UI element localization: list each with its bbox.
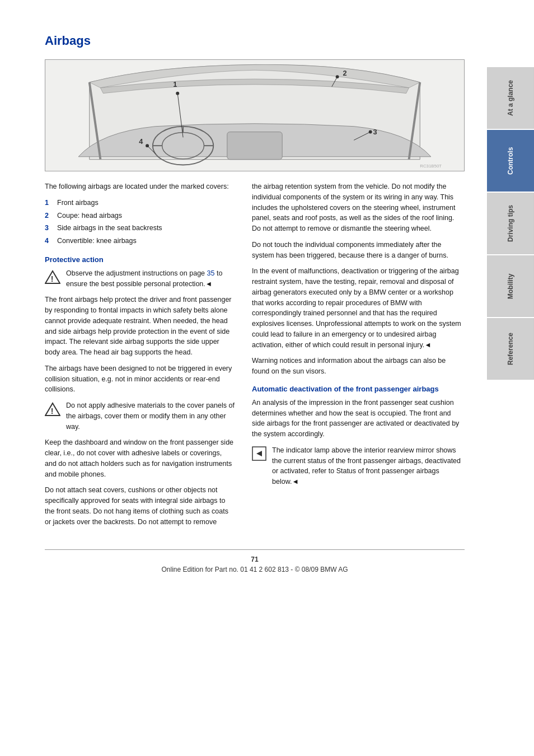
svg-rect-6 bbox=[227, 132, 282, 160]
auto-deactivation-para-1: An analysis of the impression in the fro… bbox=[252, 398, 465, 440]
page-title: Airbags bbox=[45, 34, 465, 48]
sidebar-tab-controls[interactable]: Controls bbox=[487, 130, 534, 192]
auto-deactivation-heading: Automatic deactivation of the front pass… bbox=[252, 385, 465, 393]
warning-icon-2: ! bbox=[45, 402, 60, 417]
sidebar-tabs: At a glance Controls Driving tips Mobili… bbox=[487, 67, 534, 381]
intro-text: The following airbags are located under … bbox=[45, 181, 235, 192]
list-item-1: 1 Front airbags bbox=[45, 198, 235, 208]
list-label-2: Coupe: head airbags bbox=[57, 211, 122, 221]
page-link-35[interactable]: 35 bbox=[207, 269, 215, 277]
page-wrapper: Airbags bbox=[0, 0, 534, 756]
sidebar-tab-reference[interactable]: Reference bbox=[487, 318, 534, 380]
sidebar-tab-mobility-label: Mobility bbox=[507, 273, 514, 298]
svg-text:1: 1 bbox=[173, 80, 177, 88]
svg-point-10 bbox=[176, 92, 179, 95]
sidebar-tab-controls-label: Controls bbox=[507, 147, 514, 174]
warning-box-1: ! Observe the adjustment instructions on… bbox=[45, 268, 235, 290]
info-box: The indicator lamp above the interior re… bbox=[252, 445, 465, 487]
sidebar-tab-mobility[interactable]: Mobility bbox=[487, 255, 534, 317]
svg-text:RC31B50T: RC31B50T bbox=[420, 164, 442, 169]
sidebar-tab-driving-tips[interactable]: Driving tips bbox=[487, 193, 534, 254]
list-num-2: 2 bbox=[45, 211, 53, 221]
left-column: The following airbags are located under … bbox=[45, 181, 235, 533]
svg-point-16 bbox=[369, 130, 372, 134]
right-para-3: In the event of malfunctions, deactivati… bbox=[252, 266, 465, 350]
protective-para-2: The airbags have been designed to not be… bbox=[45, 363, 235, 395]
two-columns: The following airbags are located under … bbox=[45, 181, 465, 533]
main-content: Airbags bbox=[0, 0, 487, 756]
page-footer: 71 Online Edition for Part no. 01 41 2 6… bbox=[45, 549, 465, 573]
protective-para-3: Keep the dashboard and window on the fro… bbox=[45, 437, 235, 479]
right-para-4: Warning notices and information about th… bbox=[252, 356, 465, 377]
list-num-4: 4 bbox=[45, 236, 53, 246]
airbag-list: 1 Front airbags 2 Coupe: head airbags 3 … bbox=[45, 198, 235, 246]
sidebar-tab-at-glance-label: At a glance bbox=[507, 80, 514, 116]
list-item-3: 3 Side airbags in the seat backrests bbox=[45, 223, 235, 234]
right-column: the airbag retention system from the veh… bbox=[252, 181, 465, 533]
list-num-3: 3 bbox=[45, 223, 53, 234]
right-para-2: Do not touch the individual components i… bbox=[252, 240, 465, 261]
info-arrow-icon bbox=[252, 446, 266, 461]
right-sidebar: At a glance Controls Driving tips Mobili… bbox=[487, 0, 534, 756]
list-label-1: Front airbags bbox=[57, 198, 99, 208]
svg-point-13 bbox=[336, 75, 339, 78]
list-label-3: Side airbags in the seat backrests bbox=[57, 223, 162, 234]
list-item-4: 4 Convertible: knee airbags bbox=[45, 236, 235, 246]
svg-text:4: 4 bbox=[139, 137, 143, 146]
protective-para-1: The front airbags help protect the drive… bbox=[45, 295, 235, 358]
svg-text:2: 2 bbox=[343, 69, 346, 77]
protective-action-heading: Protective action bbox=[45, 255, 235, 264]
warning-box-2: ! Do not apply adhesive materials to the… bbox=[45, 400, 235, 432]
sidebar-tab-reference-label: Reference bbox=[507, 333, 514, 365]
list-item-2: 2 Coupe: head airbags bbox=[45, 211, 235, 221]
svg-text:3: 3 bbox=[373, 128, 377, 136]
warning-text-1: Observe the adjustment instructions on p… bbox=[66, 268, 235, 290]
right-para-1: the airbag retention system from the veh… bbox=[252, 181, 465, 234]
warning-text-2: Do not apply adhesive materials to the c… bbox=[66, 400, 235, 432]
svg-text:!: ! bbox=[51, 274, 54, 283]
svg-marker-27 bbox=[256, 451, 262, 456]
page-number: 71 bbox=[45, 556, 465, 563]
footer-text: Online Edition for Part no. 01 41 2 602 … bbox=[161, 566, 348, 573]
list-num-1: 1 bbox=[45, 198, 53, 208]
protective-para-4: Do not attach seat covers, cushions or o… bbox=[45, 485, 235, 527]
sidebar-tab-at-glance[interactable]: At a glance bbox=[487, 67, 534, 129]
info-text: The indicator lamp above the interior re… bbox=[272, 445, 465, 487]
list-label-4: Convertible: knee airbags bbox=[57, 236, 137, 246]
car-image: 1 2 3 4 RC31B50T bbox=[45, 59, 465, 171]
svg-point-19 bbox=[146, 144, 149, 147]
svg-text:!: ! bbox=[51, 407, 54, 416]
warning-icon-1: ! bbox=[45, 269, 60, 285]
sidebar-tab-driving-tips-label: Driving tips bbox=[507, 205, 514, 242]
